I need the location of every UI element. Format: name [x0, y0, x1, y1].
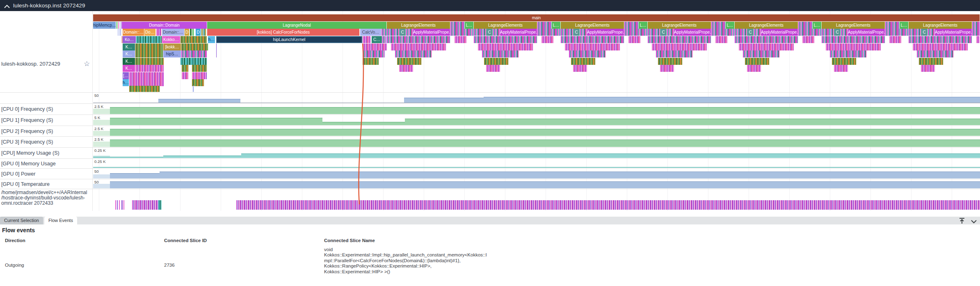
process-slice[interactable] [117, 200, 118, 210]
counter-track--cpu-1-frequency-s-[interactable]: [CPU 1] Frequency (S)5 K [0, 114, 980, 126]
collapse-trace-icon[interactable] [4, 2, 10, 10]
slice[interactable] [486, 65, 500, 72]
slice[interactable] [747, 65, 761, 72]
slice[interactable] [913, 43, 968, 50]
slice[interactable] [537, 29, 561, 36]
slice[interactable] [711, 29, 735, 36]
counter-track--cpu-0-frequency-s-[interactable]: [CPU 0] Frequency (S)2.5 K [0, 103, 980, 114]
slice[interactable] [193, 86, 194, 92]
slice-domain-[interactable]: Domain::… [123, 29, 144, 36]
slice[interactable] [201, 29, 203, 36]
slice-k-[interactable]: K… [123, 58, 135, 65]
slice[interactable] [802, 36, 815, 43]
slice[interactable] [182, 72, 189, 79]
slice[interactable] [715, 36, 728, 43]
slice-lagrangeelements[interactable]: LagrangeElements [909, 22, 972, 29]
slice-domain-domain[interactable]: Domain::Domain [122, 22, 207, 29]
slice[interactable] [391, 43, 446, 50]
tab-current-selection[interactable]: Current Selection [0, 217, 43, 224]
slice[interactable] [135, 43, 163, 50]
slice-k-[interactable]: K… [123, 50, 135, 57]
slice[interactable] [565, 43, 620, 50]
slice[interactable] [387, 36, 450, 43]
slice[interactable] [192, 72, 207, 79]
slice[interactable] [561, 36, 624, 43]
slice[interactable] [658, 58, 683, 65]
process-track-row[interactable]: /home/jrmadsen/devel/c++/AARInternal/hos… [0, 189, 980, 211]
slice-lagrangeelements[interactable]: LagrangeElements [474, 22, 537, 29]
slice[interactable] [180, 36, 207, 43]
slice-l-[interactable]: L… [552, 22, 561, 29]
slice-c[interactable]: C [660, 29, 667, 36]
slice-h-[interactable]: h… [208, 36, 215, 43]
slice-applymaterialprope-[interactable]: ApplyMaterialPrope… [674, 29, 711, 36]
slice[interactable] [395, 50, 432, 57]
slice[interactable] [841, 29, 848, 36]
counter-track--cpu-2-frequency-s-[interactable]: [CPU 2] Frequency (S)2.5 K [0, 126, 980, 136]
slice[interactable] [156, 29, 162, 36]
flow-row-slice-name[interactable]: voidKokkos::Experimental::Impl::hip_para… [324, 247, 529, 275]
slice-applymaterialprope-[interactable]: ApplyMaterialPrope… [935, 29, 972, 36]
slice-h-[interactable]: h… [123, 79, 129, 86]
slice[interactable] [972, 22, 980, 29]
counter-track[interactable]: 50 [0, 92, 980, 103]
process-slice[interactable] [115, 200, 116, 210]
slice[interactable] [478, 43, 533, 50]
slice-lagrangeelements[interactable]: LagrangeElements [387, 22, 450, 29]
slice[interactable] [387, 29, 399, 36]
slice-do-[interactable]: Do… [144, 29, 156, 36]
slice[interactable] [909, 29, 921, 36]
slice[interactable] [830, 50, 867, 57]
slice[interactable] [885, 22, 900, 29]
slice-c-[interactable]: C… [372, 36, 382, 43]
slice[interactable] [561, 29, 573, 36]
slice[interactable] [739, 43, 794, 50]
slice[interactable] [381, 29, 387, 36]
slice[interactable] [656, 50, 693, 57]
slice-kokko-[interactable]: Kokko… [162, 36, 180, 43]
slice[interactable] [569, 50, 606, 57]
slice--[interactable]: [… [123, 72, 129, 79]
slice[interactable] [363, 50, 385, 57]
slice[interactable] [181, 43, 208, 50]
slice[interactable] [743, 50, 780, 57]
slice-d[interactable]: D [185, 29, 190, 36]
slice[interactable] [118, 29, 119, 36]
slice[interactable] [889, 36, 902, 43]
slice-l-[interactable]: L… [465, 22, 474, 29]
slice-c[interactable]: C [573, 29, 580, 36]
counter-track--gpu-0-temperature[interactable]: [GPU 0] Temperature50 [0, 179, 980, 189]
slice-lagrangeelements[interactable]: LagrangeElements [822, 22, 885, 29]
slice-l-[interactable]: L… [900, 22, 909, 29]
counter-track--cpu-memory-usage-s-[interactable]: [CPU] Memory Usage (S)0.25 K [0, 147, 980, 158]
slice-applymaterialprope-[interactable]: ApplyMaterialPrope… [413, 29, 450, 36]
slice[interactable] [136, 36, 162, 43]
slice[interactable] [363, 43, 387, 50]
slice[interactable] [120, 22, 121, 29]
slice[interactable] [450, 22, 465, 29]
slice[interactable] [120, 29, 121, 36]
process-slice[interactable] [236, 200, 980, 210]
slice[interactable] [745, 58, 770, 65]
slice--kokk-[interactable]: [kokk… [163, 43, 181, 50]
slice-applymaterialprope-[interactable]: ApplyMaterialPrope… [761, 29, 798, 36]
process-slice[interactable] [132, 200, 158, 210]
slice[interactable] [129, 79, 164, 86]
process-slice[interactable] [158, 200, 162, 210]
slice[interactable] [711, 22, 726, 29]
process-slice[interactable] [123, 200, 124, 210]
slice--kokkos-calcforcefornodes[interactable]: [kokkos] CalcForceForNodes [207, 29, 360, 36]
slice[interactable] [580, 29, 587, 36]
slice[interactable] [455, 36, 467, 43]
pin-track-star-icon[interactable]: ☆ [84, 59, 90, 68]
slice[interactable] [474, 36, 537, 43]
slice-c[interactable]: C [486, 29, 493, 36]
slice[interactable] [450, 29, 474, 36]
slice[interactable] [493, 29, 500, 36]
slice[interactable] [180, 58, 207, 65]
slice-hiplaunchkernel[interactable]: hipLaunchKernel [216, 36, 363, 43]
slice-calcvo-[interactable]: CalcVo… [360, 29, 381, 36]
slice-applymaterialprope-[interactable]: ApplyMaterialPrope… [587, 29, 624, 36]
slice[interactable] [216, 50, 217, 57]
slice[interactable] [537, 22, 552, 29]
